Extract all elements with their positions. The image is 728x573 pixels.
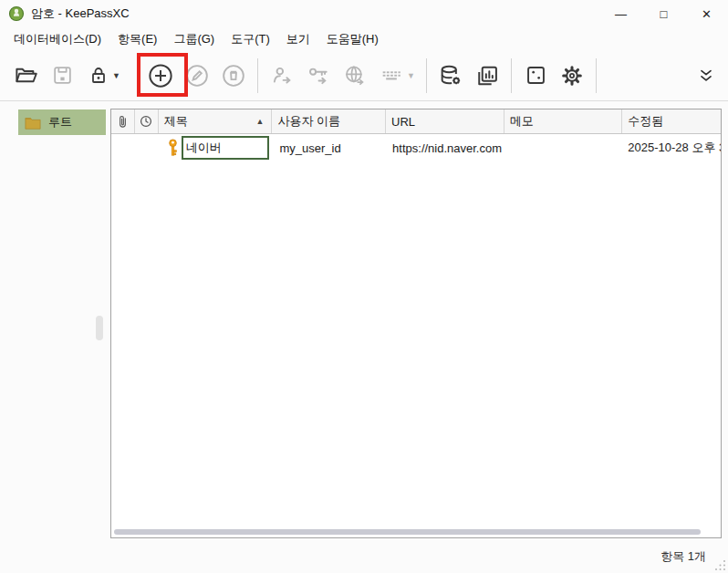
minimize-button[interactable]: — <box>599 0 642 27</box>
chevron-double-down-icon <box>697 67 715 85</box>
key-icon <box>166 139 180 157</box>
add-entry-button[interactable] <box>142 56 179 96</box>
copy-url-button[interactable] <box>337 56 373 96</box>
save-icon <box>51 64 74 87</box>
open-database-button[interactable] <box>7 56 44 96</box>
password-generator-button[interactable] <box>517 56 554 96</box>
gear-icon <box>559 63 585 89</box>
autotype-dropdown-caret[interactable]: ▼ <box>407 71 415 80</box>
copy-password-button[interactable] <box>300 56 337 96</box>
folder-open-icon <box>14 63 38 88</box>
cell-url: https://nid.naver.com <box>386 141 504 155</box>
edit-entry-button[interactable] <box>179 56 215 96</box>
table-header-row: 제목 ▲ 사용자 이름 URL 메모 수정됨 <box>111 109 721 134</box>
maximize-button[interactable]: □ <box>642 0 685 27</box>
sidebar-item-root-group[interactable]: 루트 <box>18 109 106 135</box>
group-label: 루트 <box>48 114 72 130</box>
main-area: 루트 제목 ▲ <box>0 101 728 572</box>
column-header-title[interactable]: 제목 ▲ <box>159 109 273 133</box>
clock-icon <box>140 115 152 128</box>
cell-modified: 2025-10-28 오후 3 <box>622 140 721 156</box>
keepassxc-app-icon <box>8 5 25 22</box>
lock-database-button[interactable]: ▼ <box>80 56 128 96</box>
toolbar-separator <box>511 58 512 93</box>
menu-database[interactable]: 데이터베이스(D) <box>5 28 109 50</box>
menu-groups[interactable]: 그룹(G) <box>165 28 223 50</box>
autotype-keyboard-icon <box>379 63 404 89</box>
toolbar-separator <box>596 58 597 93</box>
lock-icon <box>88 65 109 87</box>
lock-dropdown-caret[interactable]: ▼ <box>112 71 120 80</box>
cell-title <box>159 136 273 160</box>
title-bar: 암호 - KeePassXC — □ ✕ <box>0 0 728 27</box>
delete-entry-icon <box>221 63 246 89</box>
reports-button[interactable] <box>469 56 505 96</box>
menu-view[interactable]: 보기 <box>278 28 318 50</box>
delete-entry-button[interactable] <box>215 56 252 96</box>
cell-username: my_user_id <box>272 141 386 155</box>
settings-button[interactable] <box>554 56 590 96</box>
database-settings-icon <box>438 63 463 89</box>
menu-tools[interactable]: 도구(T) <box>223 28 278 50</box>
toolbar-separator <box>426 58 427 93</box>
splitter-handle[interactable] <box>96 316 103 340</box>
entry-row[interactable]: my_user_id https://nid.naver.com 2025-10… <box>111 134 721 161</box>
column-header-modified[interactable]: 수정됨 <box>622 109 721 133</box>
resize-grip[interactable] <box>713 558 726 571</box>
toolbar: ▼ <box>0 50 728 101</box>
copy-password-icon <box>307 64 330 88</box>
save-database-button[interactable] <box>44 56 80 96</box>
status-bar: 항목 1개 <box>0 539 728 573</box>
copy-username-icon <box>270 64 294 88</box>
sort-ascending-icon: ▲ <box>256 117 265 126</box>
menu-entries[interactable]: 항목(E) <box>109 28 165 50</box>
column-header-notes[interactable]: 메모 <box>504 109 623 133</box>
close-button[interactable]: ✕ <box>685 0 728 27</box>
entry-table: 제목 ▲ 사용자 이름 URL 메모 수정됨 <box>110 109 722 538</box>
toolbar-separator <box>257 58 258 93</box>
column-header-url[interactable]: URL <box>386 109 504 133</box>
copy-username-button[interactable] <box>264 56 300 96</box>
autotype-button[interactable]: ▼ <box>373 56 421 96</box>
window-title: 암호 - KeePassXC <box>31 5 130 22</box>
toolbar-overflow-button[interactable] <box>688 56 724 96</box>
folder-icon <box>25 116 41 130</box>
menu-bar: 데이터베이스(D) 항목(E) 그룹(G) 도구(T) 보기 도움말(H) <box>0 27 728 50</box>
column-header-attachment[interactable] <box>111 109 135 133</box>
copy-url-icon <box>343 64 367 88</box>
edit-entry-icon <box>184 63 210 89</box>
paperclip-icon <box>117 115 129 129</box>
horizontal-scrollbar[interactable] <box>113 528 719 536</box>
keepassxc-window: 암호 - KeePassXC — □ ✕ 데이터베이스(D) 항목(E) 그룹(… <box>0 0 728 573</box>
menu-help[interactable]: 도움말(H) <box>318 28 387 50</box>
column-title-label: 제목 <box>164 113 188 130</box>
reports-icon <box>474 63 500 89</box>
window-controls: — □ ✕ <box>599 0 728 27</box>
add-entry-icon <box>147 62 174 89</box>
entry-count-label: 항목 1개 <box>660 548 706 565</box>
dice-icon <box>524 63 548 88</box>
column-header-expiry[interactable] <box>135 109 159 133</box>
database-settings-button[interactable] <box>432 56 469 96</box>
title-edit-input[interactable] <box>182 136 269 160</box>
scrollbar-thumb[interactable] <box>114 529 701 535</box>
column-header-username[interactable]: 사용자 이름 <box>272 109 386 133</box>
